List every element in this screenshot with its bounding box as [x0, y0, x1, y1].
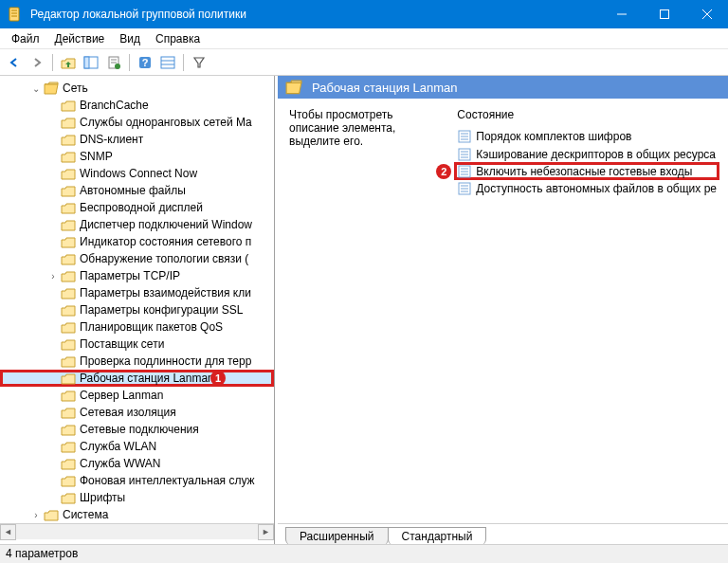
svg-text:?: ?: [142, 57, 149, 68]
minimize-button[interactable]: [600, 0, 643, 28]
menu-file[interactable]: Файл: [4, 30, 47, 47]
tree-node[interactable]: Служба WLAN: [0, 438, 274, 455]
statusbar: 4 параметров: [0, 544, 728, 563]
menu-action[interactable]: Действие: [47, 30, 113, 47]
tree-node[interactable]: BranchCache: [0, 97, 274, 114]
folder-icon: [61, 491, 76, 504]
tree-node[interactable]: Шрифты: [0, 489, 274, 506]
tree-node[interactable]: SNMP: [0, 148, 274, 165]
tree-node[interactable]: Проверка подлинности для терр: [0, 353, 274, 370]
folder-icon: [61, 167, 76, 180]
folder-icon: [61, 406, 76, 419]
tree-label: Планировщик пакетов QoS: [80, 320, 223, 334]
tree-node[interactable]: Сетевая изоляция: [0, 404, 274, 421]
menu-view[interactable]: Вид: [112, 30, 148, 47]
setting-item[interactable]: Порядок комплектов шифров: [457, 127, 717, 145]
tree-node[interactable]: Беспроводной дисплей: [0, 199, 274, 216]
filter-button[interactable]: [189, 52, 209, 73]
maximize-button[interactable]: [643, 0, 685, 28]
folder-icon: [61, 218, 76, 231]
folder-icon: [61, 150, 76, 163]
details-pane: Рабочая станция Lanman Чтобы просмотреть…: [275, 76, 728, 544]
setting-item[interactable]: Кэширование дескрипторов в общих ресурса: [457, 145, 717, 163]
tree-label: Служба WLAN: [80, 440, 156, 453]
tree-node[interactable]: ›Параметры TCP/IP: [0, 267, 274, 284]
expand-icon[interactable]: ›: [47, 271, 59, 282]
folder-icon: [61, 372, 76, 385]
tree-label: SNMP: [80, 150, 113, 163]
back-button[interactable]: [4, 52, 25, 73]
tree-node-system[interactable]: › Система: [0, 506, 274, 523]
setting-item[interactable]: Доступность автономных файлов в общих ре: [457, 179, 717, 197]
tree-node[interactable]: Рабочая станция Lanman1: [0, 370, 274, 387]
forward-button[interactable]: [27, 52, 47, 73]
tree-node[interactable]: Фоновая интеллектуальная служ: [0, 472, 274, 489]
folder-icon: [61, 235, 76, 248]
tab-extended[interactable]: Расширенный: [285, 527, 389, 544]
tree-label: Сетевые подключения: [80, 423, 199, 436]
description-text: Чтобы просмотреть описание элемента, выд…: [289, 108, 438, 148]
description-column: Чтобы просмотреть описание элемента, выд…: [289, 108, 438, 514]
scroll-right-button[interactable]: ►: [258, 524, 274, 540]
tree-node[interactable]: Обнаружение топологии связи (: [0, 250, 274, 267]
tree-node[interactable]: Служба WWAN: [0, 455, 274, 472]
tree-node[interactable]: Диспетчер подключений Window: [0, 216, 274, 233]
content-area: ⌄ Сеть BranchCacheСлужбы одноранговых се…: [0, 76, 728, 544]
tree-label: Система: [63, 508, 108, 521]
status-text: 4 параметров: [6, 547, 78, 560]
setting-item[interactable]: 2Включить небезопасные гостевые входы: [454, 162, 719, 180]
tree-node[interactable]: Автономные файлы: [0, 182, 274, 199]
tree-node[interactable]: Сетевые подключения: [0, 421, 274, 438]
tree-label: Параметры TCP/IP: [80, 269, 180, 282]
tree-label: Службы одноранговых сетей Ma: [80, 116, 252, 129]
svg-point-13: [115, 64, 120, 69]
tree-node[interactable]: DNS-клиент: [0, 131, 274, 148]
settings-column: Состояние Порядок комплектов шифровКэшир…: [457, 108, 717, 514]
tree-node[interactable]: Поставщик сети: [0, 336, 274, 353]
tree-node[interactable]: Windows Connect Now: [0, 165, 274, 182]
collapse-icon[interactable]: ⌄: [30, 83, 42, 94]
tab-standard[interactable]: Стандартный: [388, 527, 487, 544]
tree-node[interactable]: Параметры взаимодействия кли: [0, 284, 274, 301]
show-tree-button[interactable]: [81, 52, 101, 73]
column-header-state[interactable]: Состояние: [457, 108, 717, 121]
expand-icon[interactable]: ›: [30, 510, 42, 520]
policy-icon: [457, 164, 472, 179]
tree-label: Поставщик сети: [80, 337, 164, 351]
folder-icon: [61, 116, 76, 129]
tree-node[interactable]: Параметры конфигурации SSL: [0, 301, 274, 318]
help-button[interactable]: ?: [135, 52, 155, 73]
tree-node[interactable]: Сервер Lanman: [0, 387, 274, 404]
tree-node[interactable]: Планировщик пакетов QoS: [0, 318, 274, 336]
setting-label: Порядок комплектов шифров: [476, 130, 631, 143]
folder-icon: [61, 354, 76, 368]
menu-help[interactable]: Справка: [148, 30, 208, 47]
folder-icon: [61, 303, 76, 317]
toolbar-separator: [129, 54, 130, 71]
annotation-badge-2: 2: [436, 164, 451, 179]
tree-node[interactable]: Службы одноранговых сетей Ma: [0, 114, 274, 131]
tree-label: Проверка подлинности для терр: [80, 354, 251, 368]
tree-node-network[interactable]: ⌄ Сеть: [0, 80, 274, 97]
tree-label: Windows Connect Now: [80, 167, 197, 180]
folder-icon: [61, 184, 76, 197]
view-tabs: Расширенный Стандартный: [278, 523, 728, 544]
tree-pane[interactable]: ⌄ Сеть BranchCacheСлужбы одноранговых се…: [0, 76, 275, 544]
tree-node[interactable]: Индикатор состояния сетевого п: [0, 233, 274, 250]
toolbar: ?: [0, 49, 728, 76]
horizontal-scrollbar[interactable]: ◄ ►: [0, 523, 274, 539]
up-folder-button[interactable]: [58, 52, 79, 73]
tree-label: Сетевая изоляция: [80, 406, 176, 419]
details-header: Рабочая станция Lanman: [278, 76, 728, 99]
toolbar-separator: [183, 54, 184, 71]
tree-label: Диспетчер подключений Window: [80, 218, 252, 231]
details-title: Рабочая станция Lanman: [312, 81, 458, 95]
annotation-badge-1: 1: [210, 371, 226, 386]
close-button[interactable]: [685, 0, 728, 28]
scroll-left-button[interactable]: ◄: [0, 524, 16, 540]
menubar: Файл Действие Вид Справка: [0, 28, 728, 49]
folder-icon: [61, 423, 76, 436]
properties-button[interactable]: [103, 52, 124, 73]
list-button[interactable]: [157, 52, 178, 73]
titlebar: Редактор локальной групповой политики: [0, 0, 728, 28]
